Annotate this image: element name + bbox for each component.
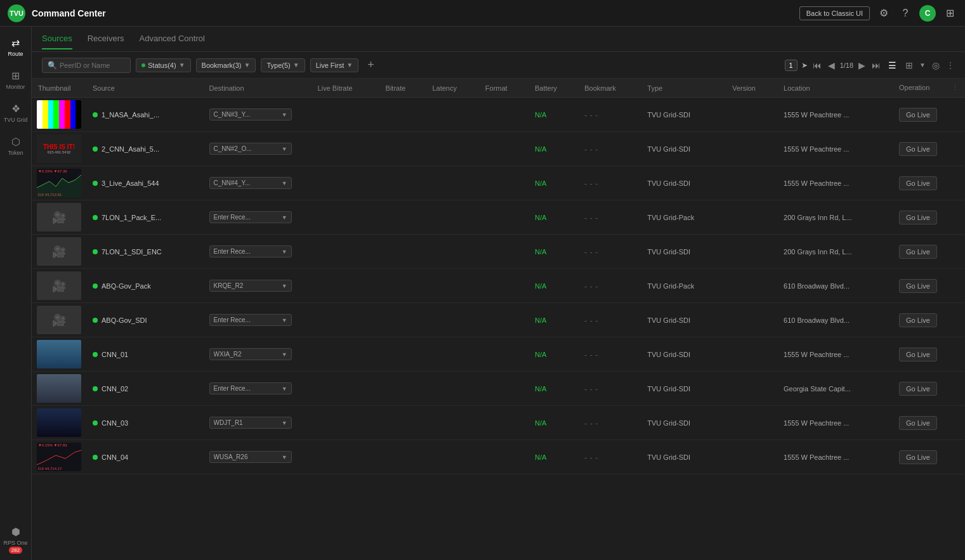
table-header-row: Thumbnail Source Destination Live Bitrat… <box>32 79 965 98</box>
cell-destination-6[interactable]: Enter Rece... ▼ <box>203 303 312 337</box>
source-name-text: 2_CNN_Asahi_5... <box>102 145 159 153</box>
grid-view-button[interactable]: ⊞ <box>903 59 916 72</box>
cell-destination-7[interactable]: WXIA_R2 ▼ <box>203 337 312 372</box>
top-nav: TVU Command Center Back to Classic UI ⚙ … <box>0 0 965 27</box>
cell-live-bitrate-4 <box>312 235 379 269</box>
add-source-button[interactable]: + <box>364 57 378 73</box>
cell-destination-8[interactable]: Enter Rece... ▼ <box>203 372 312 406</box>
prev-page-button[interactable]: ◀ <box>827 59 836 72</box>
sidebar-item-tvugrid[interactable]: ❖ TVU Grid <box>0 98 31 128</box>
cell-operation-9[interactable]: Go Live <box>893 406 965 440</box>
sidebar-item-token[interactable]: ⬡ Token <box>0 131 31 161</box>
destination-select-1[interactable]: C_NN#2_O... ▼ <box>209 143 292 155</box>
go-live-button[interactable]: Go Live <box>899 108 937 122</box>
search-box[interactable]: 🔍 <box>42 58 131 73</box>
bookmark-filter[interactable]: Bookmark(3) ▼ <box>196 58 256 72</box>
cell-operation-5[interactable]: Go Live <box>893 269 965 303</box>
source-name-text: 7LON_1_SDI_ENC <box>102 248 162 256</box>
main-layout: ⇄ Route ⊞ Monitor ❖ TVU Grid ⬡ Token ⬢ R… <box>0 27 965 560</box>
content-area: Sources Receivers Advanced Control 🔍 Sta… <box>32 27 965 560</box>
table-row: CNN_02 Enter Rece... ▼ N/A - - - TVU Gri… <box>32 372 965 406</box>
go-live-button[interactable]: Go Live <box>899 142 937 156</box>
destination-select-3[interactable]: Enter Rece... ▼ <box>209 211 292 223</box>
settings-icon[interactable]: ⚙ <box>876 6 891 21</box>
filters-bar: 🔍 Status(4) ▼ Bookmark(3) ▼ Type(5) ▼ Li… <box>32 52 965 79</box>
cell-operation-2[interactable]: Go Live <box>893 166 965 200</box>
source-name-text: ABQ-Gov_SDI <box>102 316 147 324</box>
user-avatar[interactable]: C <box>919 5 936 22</box>
cell-operation-3[interactable]: Go Live <box>893 200 965 235</box>
cell-destination-9[interactable]: WDJT_R1 ▼ <box>203 406 312 440</box>
sidebar-item-route[interactable]: ⇄ Route <box>0 32 31 62</box>
cell-operation-1[interactable]: Go Live <box>893 132 965 166</box>
cell-live-bitrate-6 <box>312 303 379 337</box>
bookmark-filter-label: Bookmark(3) <box>202 62 242 69</box>
cell-destination-3[interactable]: Enter Rece... ▼ <box>203 200 312 235</box>
tab-receivers[interactable]: Receivers <box>88 29 124 49</box>
destination-select-0[interactable]: C_NN#3_Y... ▼ <box>209 108 292 120</box>
cell-destination-5[interactable]: KRQE_R2 ▼ <box>203 269 312 303</box>
destination-select-9[interactable]: WDJT_R1 ▼ <box>209 417 292 429</box>
next-page-button[interactable]: ▶ <box>857 59 867 72</box>
dest-chevron-icon: ▼ <box>282 420 287 426</box>
go-live-button[interactable]: Go Live <box>899 348 937 361</box>
cell-format-5 <box>479 269 528 303</box>
cell-bookmark-8: - - - <box>578 372 641 406</box>
cell-destination-4[interactable]: Enter Rece... ▼ <box>203 235 312 269</box>
destination-select-8[interactable]: Enter Rece... ▼ <box>209 382 292 394</box>
first-page-button[interactable]: ⏮ <box>811 59 823 72</box>
tab-advanced[interactable]: Advanced Control <box>140 29 205 49</box>
view-more-icon[interactable]: ▼ <box>919 62 926 68</box>
cell-latency-7 <box>426 337 478 372</box>
cell-live-bitrate-9 <box>312 406 379 440</box>
sidebar-item-rpsone[interactable]: ⬢ RPS One 282 <box>0 521 31 560</box>
cell-operation-6[interactable]: Go Live <box>893 303 965 337</box>
cell-operation-7[interactable]: Go Live <box>893 337 965 372</box>
cell-destination-10[interactable]: WUSA_R26 ▼ <box>203 440 312 474</box>
go-live-button[interactable]: Go Live <box>899 450 937 464</box>
go-live-button[interactable]: Go Live <box>899 313 937 327</box>
go-live-button[interactable]: Go Live <box>899 279 937 293</box>
help-icon[interactable]: ? <box>898 6 913 21</box>
last-page-button[interactable]: ⏭ <box>870 59 882 72</box>
go-live-button[interactable]: Go Live <box>899 245 937 259</box>
destination-select-4[interactable]: Enter Rece... ▼ <box>209 245 292 257</box>
cell-latency-1 <box>426 132 478 166</box>
apps-grid-icon[interactable]: ⊞ <box>942 6 957 21</box>
cell-destination-0[interactable]: C_NN#3_Y... ▼ <box>203 98 312 132</box>
cell-source-2: 3_Live_Asahi_544 <box>86 166 203 200</box>
sort-filter[interactable]: Live First ▼ <box>310 58 359 72</box>
type-filter[interactable]: Type(5) ▼ <box>261 58 305 72</box>
go-live-button[interactable]: Go Live <box>899 382 937 396</box>
table-row: 🎥 ABQ-Gov_SDI Enter Rece... ▼ N/A - - - … <box>32 303 965 337</box>
cell-type-9: TVU Grid-SDI <box>641 406 726 440</box>
table-row: CNN_03 WDJT_R1 ▼ N/A - - - TVU Grid-SDI … <box>32 406 965 440</box>
search-input[interactable] <box>60 62 123 69</box>
cell-operation-8[interactable]: Go Live <box>893 372 965 406</box>
cell-version-2 <box>726 166 777 200</box>
destination-select-7[interactable]: WXIA_R2 ▼ <box>209 348 292 360</box>
status-filter[interactable]: Status(4) ▼ <box>136 58 191 72</box>
destination-select-10[interactable]: WUSA_R26 ▼ <box>209 451 292 463</box>
back-classic-button[interactable]: Back to Classic UI <box>799 6 870 20</box>
tab-sources[interactable]: Sources <box>42 29 72 49</box>
go-live-button[interactable]: Go Live <box>899 416 937 430</box>
destination-select-2[interactable]: C_NN#4_Y... ▼ <box>209 177 292 189</box>
destination-select-5[interactable]: KRQE_R2 ▼ <box>209 280 292 292</box>
cell-operation-4[interactable]: Go Live <box>893 235 965 269</box>
cell-operation-0[interactable]: Go Live <box>893 98 965 132</box>
columns-config-icon[interactable]: ⋮ <box>946 60 955 70</box>
go-live-button[interactable]: Go Live <box>899 176 937 190</box>
send-icon[interactable]: ➤ <box>801 61 808 70</box>
cell-destination-2[interactable]: C_NN#4_Y... ▼ <box>203 166 312 200</box>
sidebar-item-monitor[interactable]: ⊞ Monitor <box>0 65 31 95</box>
cell-operation-10[interactable]: Go Live <box>893 440 965 474</box>
list-view-button[interactable]: ☰ <box>886 59 899 72</box>
go-live-button[interactable]: Go Live <box>899 211 937 225</box>
cell-destination-1[interactable]: C_NN#2_O... ▼ <box>203 132 312 166</box>
page-number[interactable]: 1 <box>785 60 798 71</box>
cell-type-10: TVU Grid-SDI <box>641 440 726 474</box>
location-icon[interactable]: ◎ <box>929 59 942 72</box>
destination-select-6[interactable]: Enter Rece... ▼ <box>209 314 292 326</box>
cell-bitrate-8 <box>379 372 426 406</box>
